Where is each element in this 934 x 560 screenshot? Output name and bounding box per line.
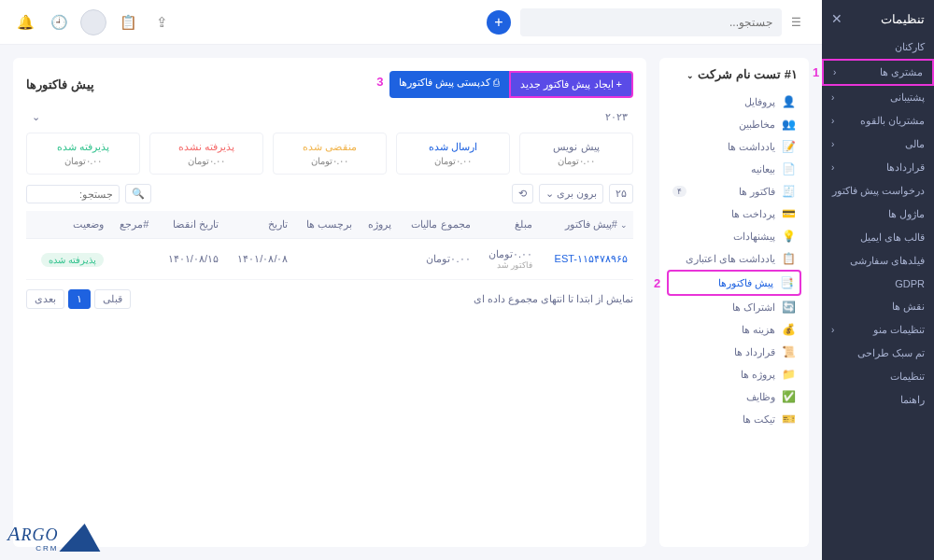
status-value: ۰.۰۰تومان [160, 156, 253, 166]
col-header-1[interactable]: مبلغ [476, 211, 539, 239]
nav-label: بیعانیه [751, 163, 775, 175]
table-search-icon[interactable]: 🔍 [125, 184, 151, 203]
status-badge: پذیرفته شده [41, 253, 104, 267]
year-dropdown-icon[interactable]: ⌄ [32, 111, 40, 123]
customer-nav-item-0[interactable]: 👤پروفایل [667, 91, 801, 113]
customer-nav-item-11[interactable]: 📜قرارداد ها [667, 341, 801, 363]
customer-nav-item-10[interactable]: 💰هزینه ها [667, 318, 801, 341]
sidebar-item-label: قراردادها [886, 161, 925, 174]
sidebar-item-label: قالب های ایمیل [860, 231, 925, 244]
pager-next[interactable]: بعدی [26, 289, 64, 309]
sidebar-item-11[interactable]: نقش ها [822, 295, 934, 318]
chevron-down-icon: ⌄ [620, 220, 628, 230]
refresh-icon[interactable]: ⟲ [512, 184, 533, 203]
sidebar-item-5[interactable]: قراردادها‹ [822, 156, 934, 179]
search-input[interactable] [530, 16, 772, 29]
customer-nav-item-3[interactable]: 📄بیعانیه [667, 158, 801, 180]
col-header-4[interactable]: برچسب ها [293, 211, 358, 239]
chevron-left-icon: ‹ [831, 92, 834, 103]
sidebar-item-3[interactable]: مشتریان بالقوه‹ [822, 109, 934, 133]
create-estimate-button[interactable]: + ایجاد پیش فاکتور جدید [509, 71, 633, 98]
customer-nav-item-12[interactable]: 📁پروژه ها [667, 363, 801, 385]
nav-icon: 👤 [783, 95, 796, 108]
nav-icon: 💳 [783, 207, 796, 220]
clock-icon[interactable]: 🕘 [47, 10, 71, 35]
col-header-6[interactable]: تاریخ انقضا [154, 211, 224, 239]
status-card-0: پیش نویس۰.۰۰تومان [519, 133, 633, 175]
sidebar-item-9[interactable]: فیلدهای سفارشی [822, 249, 934, 273]
sidebar-item-6[interactable]: درخواست پیش فاکتور [822, 179, 934, 203]
nav-icon: 📝 [783, 140, 796, 153]
sidebar-item-label: مالی [905, 138, 925, 150]
col-header-5[interactable]: تاریخ [224, 211, 294, 239]
nav-icon: 💰 [783, 323, 796, 336]
pager-prev[interactable]: قبلی [94, 289, 131, 309]
quick-add-button[interactable]: + [487, 10, 511, 35]
status-value: ۰.۰۰تومان [36, 156, 130, 166]
nav-label: یادداشت های اعتباری [686, 253, 775, 265]
col-header-2[interactable]: مجموع مالیات [397, 211, 476, 239]
estimate-link[interactable]: EST-۱۱۵۴۷۸۹۶۵ [555, 253, 628, 264]
customer-nav-item-13[interactable]: ✅وظایف [667, 385, 801, 408]
close-icon[interactable]: ✕ [831, 11, 842, 26]
status-value: ۰.۰۰تومان [283, 156, 376, 166]
chevron-left-icon: ‹ [831, 162, 834, 173]
nav-icon: 📜 [783, 345, 796, 358]
nav-icon: 💡 [783, 230, 796, 243]
sidebar-item-10[interactable]: GDPR [822, 273, 934, 295]
status-value: ۰.۰۰تومان [406, 156, 500, 166]
page-heading: #۱ تست نام شرکت ⌄ [667, 67, 801, 81]
col-header-3[interactable]: پروژه [358, 211, 397, 239]
customer-nav-item-14[interactable]: 🎫تیکت ها [667, 408, 801, 430]
col-header-0[interactable]: ⌄ #پیش فاکتور [538, 211, 633, 239]
menu-toggle-icon[interactable]: ☰ [791, 16, 801, 29]
customer-nav-item-6[interactable]: 💡پیشنهادات [667, 225, 801, 247]
table-row[interactable]: EST-۱۱۵۴۷۸۹۶۵۰.۰۰تومانفاکتور شد۰.۰۰تومان… [26, 239, 633, 280]
sidebar-item-12[interactable]: تنظیمات منو‹ [822, 318, 934, 342]
status-card-1: ارسال شده۰.۰۰تومان [396, 133, 510, 175]
sidebar-item-13[interactable]: تم سبک طراحی [822, 342, 934, 365]
sidebar-item-8[interactable]: قالب های ایمیل [822, 226, 934, 249]
nav-label: پیش فاکتورها [718, 277, 773, 289]
status-label: پیش نویس [530, 141, 623, 153]
bell-icon[interactable]: 🔔 [13, 10, 37, 35]
customer-nav-item-7[interactable]: 📋یادداشت های اعتباری [667, 247, 801, 270]
share-icon[interactable]: ⇪ [149, 10, 174, 35]
nav-icon: 📄 [783, 162, 796, 175]
nav-label: پرداخت ها [731, 208, 775, 220]
sidebar-item-0[interactable]: کارکنان [822, 35, 934, 59]
sidebar-item-label: ماژول ها [888, 208, 925, 220]
col-header-7[interactable]: #مرجع [109, 211, 155, 239]
sidebar-item-1[interactable]: مشتری ها‹1 [822, 59, 934, 86]
avatar[interactable] [80, 9, 106, 35]
sidebar-item-14[interactable]: تنظیمات [822, 365, 934, 388]
customer-nav-item-9[interactable]: 🔄اشتراک ها [667, 296, 801, 318]
pager-page-1[interactable]: ۱ [68, 289, 91, 309]
export-button[interactable]: برون بری ⌄ [539, 184, 603, 203]
table-search-input[interactable] [26, 185, 120, 203]
sidebar-item-4[interactable]: مالی‹ [822, 133, 934, 156]
pager: قبلی ۱ بعدی [26, 289, 131, 309]
sidebar-item-label: تنظیمات [890, 371, 925, 383]
customer-nav-item-8[interactable]: 📑پیش فاکتورها2 [667, 270, 801, 296]
sidebar-item-15[interactable]: راهنما [822, 388, 934, 412]
chevron-left-icon: ‹ [831, 116, 834, 126]
customer-nav-item-2[interactable]: 📝یادداشت ها [667, 135, 801, 158]
customer-nav-item-5[interactable]: 💳پرداخت ها [667, 203, 801, 225]
nav-icon: 📋 [783, 252, 796, 265]
nav-badge: ۴ [672, 186, 686, 197]
sidebar-item-7[interactable]: ماژول ها [822, 203, 934, 226]
page-size-select[interactable]: ۲۵ [609, 184, 633, 203]
sidebar-item-2[interactable]: پشتیبانی‹ [822, 86, 934, 109]
col-header-8[interactable]: وضعیت [26, 211, 109, 239]
customer-nav-item-4[interactable]: 🧾فاکتور ها۴ [667, 180, 801, 203]
nav-icon: 🔄 [783, 301, 796, 314]
zip-estimates-button[interactable]: ⎙ کدپستی پیش فاکتورها [389, 71, 509, 98]
status-card-2: منقضی شده۰.۰۰تومان [273, 133, 387, 175]
nav-icon: 📑 [781, 276, 794, 289]
nav-label: هزینه ها [742, 324, 775, 336]
clipboard-icon[interactable]: 📋 [116, 10, 140, 35]
status-label: پذیرفته نشده [160, 141, 253, 153]
annotation-marker-1: 1 [813, 65, 819, 79]
customer-nav-item-1[interactable]: 👥مخاطبین [667, 113, 801, 135]
